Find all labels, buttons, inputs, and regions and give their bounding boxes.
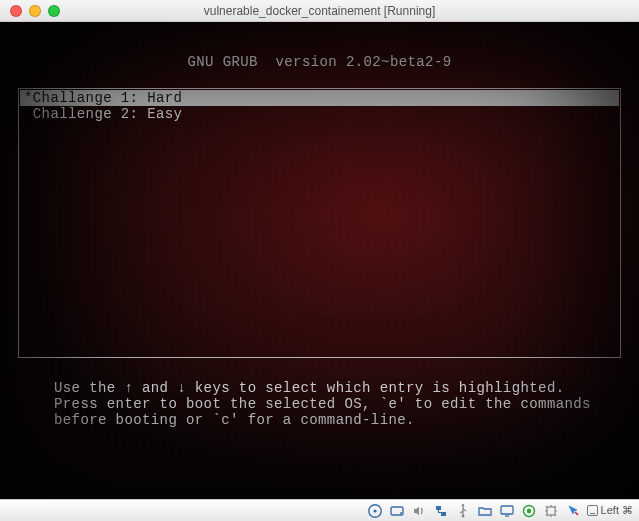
close-window-button[interactable]: [10, 5, 22, 17]
svg-point-3: [400, 512, 402, 514]
grub-screen: GNU GRUB version 2.02~beta2-9 *Challange…: [0, 22, 639, 499]
svg-point-6: [461, 514, 464, 517]
svg-point-10: [526, 508, 530, 512]
zoom-window-button[interactable]: [48, 5, 60, 17]
grub-hint-text: Use the ↑ and ↓ keys to select which ent…: [54, 380, 594, 428]
network-icon[interactable]: [433, 503, 449, 519]
grub-menu-item[interactable]: *Challange 1: Hard: [20, 90, 619, 106]
svg-point-1: [373, 509, 376, 512]
host-key-indicator[interactable]: Left ⌘: [587, 504, 633, 517]
window-controls: [10, 5, 60, 17]
window-title: vulnerable_docker_containement [Running]: [0, 4, 639, 18]
minimize-window-button[interactable]: [29, 5, 41, 17]
host-key-label: Left ⌘: [601, 504, 633, 517]
recording-icon[interactable]: [521, 503, 537, 519]
grub-menu-item[interactable]: Challenge 2: Easy: [20, 106, 619, 122]
svg-point-7: [461, 504, 463, 506]
disc-icon[interactable]: [367, 503, 383, 519]
svg-rect-8: [501, 506, 513, 514]
host-key-icon: [587, 505, 598, 516]
display-icon[interactable]: [499, 503, 515, 519]
svg-rect-11: [547, 507, 555, 515]
vm-display[interactable]: GNU GRUB version 2.02~beta2-9 *Challange…: [0, 22, 639, 499]
grub-boot-menu[interactable]: *Challange 1: Hard Challenge 2: Easy: [18, 88, 621, 358]
grub-version-line: GNU GRUB version 2.02~beta2-9: [14, 54, 625, 70]
harddisk-icon[interactable]: [389, 503, 405, 519]
audio-icon[interactable]: [411, 503, 427, 519]
svg-rect-4: [436, 506, 441, 510]
usb-icon[interactable]: [455, 503, 471, 519]
vm-statusbar: Left ⌘: [0, 499, 639, 521]
mouse-integration-icon[interactable]: [565, 503, 581, 519]
window-titlebar: vulnerable_docker_containement [Running]: [0, 0, 639, 22]
shared-folders-icon[interactable]: [477, 503, 493, 519]
cpu-icon[interactable]: [543, 503, 559, 519]
